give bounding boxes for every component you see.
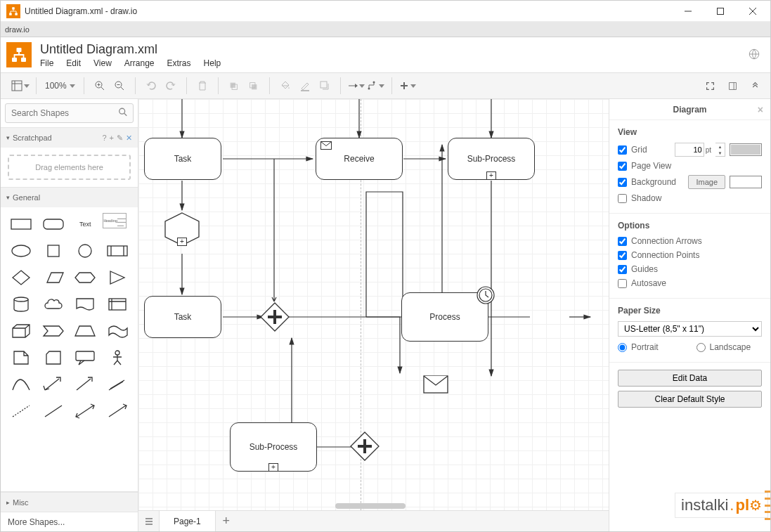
shape-triangle[interactable] [103, 266, 132, 289]
page-menu-button[interactable] [138, 511, 160, 532]
bg-color-swatch[interactable] [730, 176, 762, 188]
expand-icon[interactable]: + [177, 238, 187, 246]
node-task1[interactable]: Task [144, 138, 221, 180]
shape-rectangle[interactable] [6, 213, 36, 235]
edit-data-button[interactable]: Edit Data [618, 370, 762, 387]
shape-link[interactable] [103, 373, 132, 396]
shape-dashed-edge[interactable] [6, 400, 36, 422]
clear-style-button[interactable]: Clear Default Style [618, 391, 762, 408]
fill-color-button[interactable] [276, 76, 295, 96]
scratchpad-header[interactable]: ▾ Scratchpad ? + ✎ ✕ [1, 128, 138, 148]
shape-bidirectional-arrow[interactable] [39, 373, 68, 396]
paper-size-select[interactable]: US-Letter (8,5" x 11") [618, 321, 762, 337]
zoom-level[interactable]: 100% [42, 81, 78, 91]
insert-button[interactable] [398, 76, 417, 96]
menu-help[interactable]: Help [204, 58, 221, 68]
node-gateway2[interactable] [349, 431, 380, 462]
node-hexagon[interactable]: + [162, 212, 202, 247]
shape-curve[interactable] [6, 373, 36, 396]
delete-button[interactable] [193, 76, 212, 96]
undo-button[interactable] [141, 76, 161, 96]
autosave-checkbox[interactable]: Autosave [618, 278, 762, 288]
image-button[interactable]: Image [688, 175, 725, 189]
document-title[interactable]: Untitled Diagram.xml [40, 42, 748, 57]
shape-actor[interactable] [103, 346, 132, 369]
search-icon[interactable] [118, 108, 128, 119]
menu-edit[interactable]: Edit [66, 58, 81, 68]
shape-textbox[interactable]: Heading━━━━━━━━━━━ [103, 213, 127, 228]
scratchpad-close-icon[interactable]: ✕ [126, 134, 132, 143]
menu-extras[interactable]: Extras [167, 58, 191, 68]
guides-checkbox[interactable]: Guides [618, 264, 762, 274]
search-input[interactable] [5, 103, 134, 123]
shape-callout[interactable] [71, 346, 101, 369]
menu-file[interactable]: File [40, 58, 53, 68]
node-subprocess2[interactable]: Sub-Process + [230, 422, 317, 472]
minimize-button[interactable] [672, 1, 704, 22]
shape-hexagon[interactable] [71, 266, 101, 289]
scratchpad-add-icon[interactable]: + [110, 134, 114, 143]
add-page-button[interactable]: + [216, 511, 237, 532]
misc-header[interactable]: ▸ Misc [1, 492, 138, 512]
shape-cube[interactable] [6, 320, 36, 342]
shape-internal-storage[interactable] [103, 293, 132, 316]
page-tab-1[interactable]: Page-1 [160, 511, 216, 532]
pageview-checkbox[interactable]: Page View [618, 161, 762, 171]
shape-cylinder[interactable] [6, 293, 36, 316]
view-mode-button[interactable] [11, 76, 30, 96]
grid-spinner[interactable]: ▲▼ [715, 143, 725, 157]
node-process[interactable]: Process [401, 292, 488, 342]
shape-directional-connector[interactable] [103, 400, 132, 422]
shape-cloud[interactable] [39, 293, 68, 316]
scratchpad-edit-icon[interactable]: ✎ [117, 134, 123, 143]
shape-text[interactable]: Text [71, 213, 101, 235]
shape-circle[interactable] [71, 240, 101, 262]
shape-parallelogram[interactable] [39, 266, 68, 289]
shape-step[interactable] [39, 320, 68, 342]
node-envelope[interactable] [423, 375, 448, 394]
maximize-button[interactable] [704, 1, 737, 22]
menu-arrange[interactable]: Arrange [124, 58, 155, 68]
node-gateway1[interactable] [259, 301, 290, 332]
shape-arrow[interactable] [71, 373, 101, 396]
horizontal-scrollbar-thumb[interactable] [335, 503, 406, 509]
scratchpad-help-icon[interactable]: ? [102, 134, 106, 143]
zoom-in-button[interactable] [90, 76, 110, 96]
shadow-checkbox[interactable]: Shadow [618, 193, 762, 203]
zoom-out-button[interactable] [110, 76, 129, 96]
app-logo[interactable] [6, 42, 32, 67]
shape-edge[interactable] [39, 400, 68, 422]
close-button[interactable] [737, 1, 769, 22]
line-color-button[interactable] [295, 76, 315, 96]
landscape-radio[interactable]: Landscape [697, 342, 763, 352]
grid-color-swatch[interactable] [730, 143, 762, 156]
menu-view[interactable]: View [93, 58, 112, 68]
node-task2[interactable]: Task [144, 296, 221, 338]
conn-arrows-checkbox[interactable]: Connection Arrows [618, 236, 762, 246]
shape-tape[interactable] [103, 320, 132, 342]
shape-square[interactable] [39, 240, 68, 262]
more-shapes-button[interactable]: More Shapes... [1, 512, 138, 531]
canvas[interactable]: Task Receive Sub-Process + + Task [138, 99, 609, 510]
to-front-button[interactable] [224, 76, 244, 96]
shape-note[interactable] [6, 346, 36, 369]
shape-rounded-rect[interactable] [39, 213, 68, 235]
redo-button[interactable] [161, 76, 181, 96]
shape-diamond[interactable] [6, 266, 36, 289]
panel-close-icon[interactable]: × [758, 104, 763, 115]
conn-points-checkbox[interactable]: Connection Points [618, 250, 762, 260]
background-checkbox[interactable]: Background [618, 177, 684, 187]
general-header[interactable]: ▾ General [1, 188, 138, 207]
shape-trapezoid[interactable] [71, 320, 101, 342]
node-receive[interactable]: Receive [316, 138, 403, 180]
shape-process[interactable] [103, 240, 132, 262]
expand-icon[interactable]: + [268, 463, 278, 472]
to-back-button[interactable] [244, 76, 264, 96]
scratchpad-dropzone[interactable]: Drag elements here [8, 155, 131, 180]
shadow-button[interactable] [315, 76, 335, 96]
shape-bidir-connector[interactable] [71, 400, 101, 422]
shape-ellipse[interactable] [6, 240, 36, 262]
format-panel-button[interactable] [723, 76, 742, 96]
portrait-radio[interactable]: Portrait [618, 342, 684, 352]
language-icon[interactable] [748, 48, 762, 62]
